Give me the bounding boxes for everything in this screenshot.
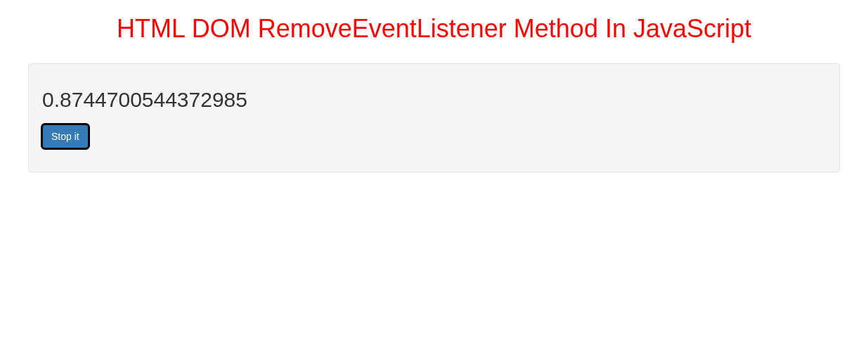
demo-well: 0.8744700544372985 Stop it	[28, 63, 840, 172]
page-title: HTML DOM RemoveEventListener Method In J…	[0, 14, 868, 44]
output-value: 0.8744700544372985	[42, 88, 826, 112]
stop-button[interactable]: Stop it	[42, 124, 89, 148]
